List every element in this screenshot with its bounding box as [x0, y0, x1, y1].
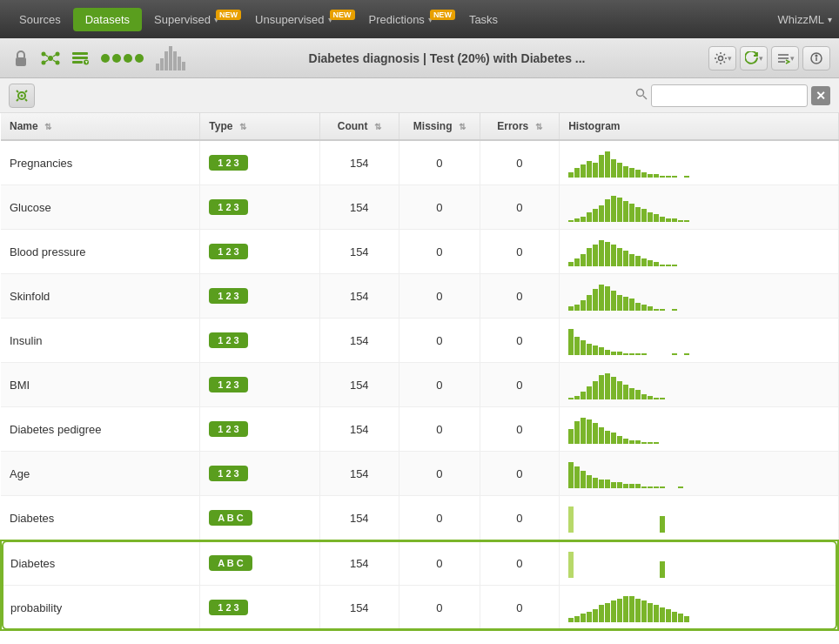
cell-missing: 0: [399, 274, 480, 319]
svg-point-4: [42, 60, 46, 64]
svg-point-28: [637, 90, 644, 97]
cell-missing: 0: [399, 540, 480, 586]
cell-count: 154: [319, 140, 399, 185]
nav-item-sources[interactable]: Sources: [7, 8, 73, 31]
col-header-name[interactable]: Name ⇅: [1, 113, 200, 140]
nav-item-supervised[interactable]: Supervised NEW ▾: [142, 8, 243, 31]
cell-name: Diabetes: [1, 496, 200, 541]
nav-item-datasets[interactable]: Datasets: [73, 8, 142, 31]
top-nav: Sources Datasets Supervised NEW ▾ Unsupe…: [0, 0, 839, 38]
cell-count: 154: [319, 274, 399, 319]
filter-icon-button[interactable]: [9, 84, 35, 108]
cell-missing: 0: [399, 140, 480, 185]
cell-name: Diabetes: [1, 540, 200, 586]
settings-chevron: ▾: [728, 54, 732, 63]
type-sort-icon: ⇅: [239, 122, 246, 131]
nav-item-predictions[interactable]: Predictions NEW ▾: [357, 8, 457, 31]
cell-type: 1 2 3: [200, 586, 319, 631]
svg-line-26: [17, 99, 18, 101]
svg-rect-10: [72, 52, 88, 55]
table-row[interactable]: Glucose 1 2 3 154 0 0: [1, 185, 838, 230]
table-row[interactable]: BMI 1 2 3 154 0 0: [1, 363, 838, 407]
col-header-errors[interactable]: Errors ⇅: [480, 113, 560, 140]
info-button[interactable]: [802, 46, 830, 70]
cell-name: Age: [1, 452, 200, 496]
data-table: Name ⇅ Type ⇅ Count ⇅ Missing ⇅: [0, 113, 839, 631]
cell-missing: 0: [399, 586, 480, 631]
svg-line-24: [17, 91, 18, 92]
cell-histogram: [560, 540, 838, 586]
search-input[interactable]: [651, 84, 808, 107]
predictions-new-badge: NEW: [430, 10, 455, 20]
svg-rect-0: [16, 57, 26, 66]
cell-errors: 0: [480, 274, 560, 319]
table-row[interactable]: Blood pressure 1 2 3 154 0 0: [1, 230, 838, 274]
script-button[interactable]: ▾: [771, 46, 799, 70]
col-header-histogram: Histogram: [560, 113, 838, 140]
cell-count: 154: [319, 586, 399, 631]
cell-name: probability: [1, 586, 200, 631]
refresh-button[interactable]: ▾: [740, 46, 768, 70]
svg-point-5: [56, 60, 60, 64]
col-header-missing[interactable]: Missing ⇅: [399, 113, 480, 140]
svg-point-1: [48, 56, 53, 61]
app-container: Sources Datasets Supervised NEW ▾ Unsupe…: [0, 0, 839, 644]
svg-point-15: [718, 56, 722, 60]
cell-name: Skinfold: [1, 274, 200, 319]
nav-item-tasks[interactable]: Tasks: [457, 8, 510, 31]
svg-line-8: [45, 60, 48, 62]
cell-count: 154: [319, 496, 399, 541]
cell-histogram: [560, 230, 838, 274]
count-sort-icon: ⇅: [374, 122, 381, 131]
svg-point-3: [56, 51, 60, 56]
svg-line-29: [643, 96, 647, 99]
cell-type: 1 2 3: [200, 407, 319, 452]
table-wrapper: Name ⇅ Type ⇅ Count ⇅ Missing ⇅: [0, 113, 839, 644]
cell-histogram: [560, 452, 838, 496]
col-header-count[interactable]: Count ⇅: [319, 113, 399, 140]
dataset-icon[interactable]: ▾: [68, 46, 92, 70]
search-icon: [635, 88, 648, 103]
table-row[interactable]: Diabetes A B C 154 0 0: [1, 540, 838, 586]
cell-name: Diabetes pedigree: [1, 407, 200, 452]
table-row[interactable]: probability 1 2 3 154 0 0: [1, 586, 838, 631]
cell-histogram: [560, 319, 838, 363]
cell-name: Pregnancies: [1, 140, 200, 185]
cell-histogram: [560, 363, 838, 407]
cell-type: 1 2 3: [200, 230, 319, 274]
user-menu[interactable]: WhizzML ▾: [778, 13, 832, 26]
search-clear-button[interactable]: ✕: [811, 86, 830, 105]
cell-histogram: [560, 407, 838, 452]
cell-name: Blood pressure: [1, 230, 200, 274]
table-row[interactable]: Insulin 1 2 3 154 0 0: [1, 319, 838, 363]
network-icon[interactable]: [38, 46, 63, 70]
name-sort-icon: ⇅: [44, 122, 51, 131]
svg-line-25: [25, 91, 27, 92]
table-row[interactable]: Age 1 2 3 154 0 0: [1, 452, 838, 496]
table-row[interactable]: Skinfold 1 2 3 154 0 0: [1, 274, 838, 319]
cell-errors: 0: [480, 407, 560, 452]
cell-missing: 0: [399, 496, 480, 541]
svg-rect-12: [72, 61, 83, 64]
svg-text:▾: ▾: [84, 59, 88, 64]
cell-errors: 0: [480, 586, 560, 631]
lock-icon: [9, 46, 33, 70]
nav-item-unsupervised[interactable]: Unsupervised NEW ▾: [243, 8, 357, 31]
refresh-chevron: ▾: [759, 54, 763, 63]
script-chevron: ▾: [790, 54, 795, 63]
cell-type: A B C: [200, 540, 319, 586]
col-header-type[interactable]: Type ⇅: [200, 113, 319, 140]
cell-histogram: [560, 140, 838, 185]
cell-missing: 0: [399, 452, 480, 496]
toolbar-actions: ▾ ▾ ▾: [708, 46, 830, 70]
cell-errors: 0: [480, 452, 560, 496]
table-row[interactable]: Pregnancies 1 2 3 154 0 0: [1, 140, 838, 185]
table-row[interactable]: Diabetes A B C 154 0 0: [1, 496, 838, 541]
toolbar-title: Diabetes diagnosis | Test (20%) with Dia…: [191, 51, 703, 65]
cell-type: 1 2 3: [200, 363, 319, 407]
cell-count: 154: [319, 540, 399, 586]
cell-count: 154: [319, 452, 399, 496]
settings-button[interactable]: ▾: [708, 46, 736, 70]
table-row[interactable]: Diabetes pedigree 1 2 3 154 0 0: [1, 407, 838, 452]
search-box: ✕: [635, 84, 830, 107]
